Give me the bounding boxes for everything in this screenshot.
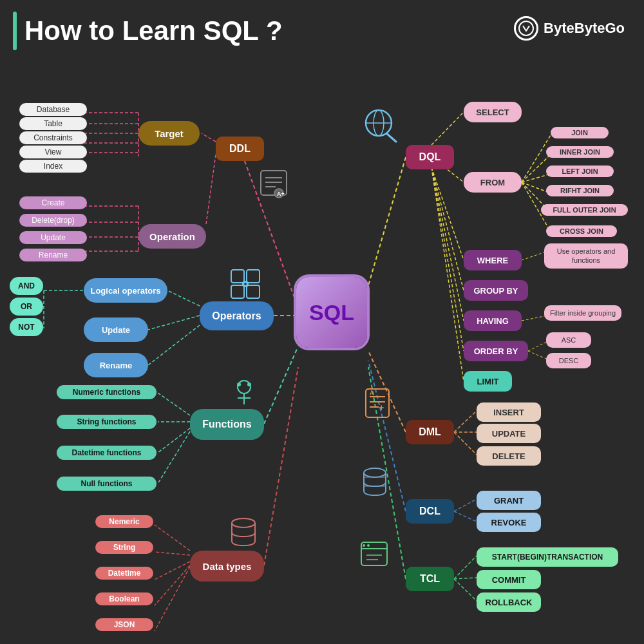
svg-line-32 — [155, 567, 190, 631]
tcl-rollback: ROLLBACK — [477, 592, 541, 612]
join-item-inner: INNER JOIN — [546, 146, 614, 158]
svg-line-23 — [158, 393, 190, 415]
operation-label: Operation — [149, 231, 195, 242]
svg-line-60 — [454, 578, 477, 579]
svg-line-57 — [454, 511, 477, 522]
func-numeric: Numeric functions — [57, 385, 156, 399]
datatypes-label: Data types — [203, 561, 252, 572]
from-box: FROM — [464, 172, 522, 193]
svg-line-15 — [167, 290, 200, 306]
svg-line-46 — [431, 167, 464, 381]
svg-line-42 — [431, 167, 464, 260]
target-item-table: Table — [19, 117, 87, 130]
datatypes-icon — [227, 515, 260, 551]
op-item-create: Create — [19, 196, 87, 209]
svg-line-61 — [454, 579, 477, 601]
logical-operators-box: Logical operators — [84, 278, 167, 303]
svg-line-56 — [454, 499, 477, 511]
ddl-label: DDL — [229, 143, 251, 155]
ddl-icon: A+ — [258, 167, 290, 202]
dml-delete: DELETE — [477, 446, 541, 466]
svg-point-62 — [519, 21, 533, 35]
tcl-label: TCL — [420, 573, 440, 585]
svg-line-43 — [431, 167, 464, 290]
sql-node: SQL — [296, 277, 367, 348]
svg-rect-69 — [231, 270, 244, 283]
func-datetime: Datetime functions — [57, 446, 156, 460]
svg-line-54 — [454, 432, 477, 455]
svg-line-16 — [148, 316, 200, 330]
svg-point-80 — [247, 383, 251, 386]
svg-line-17 — [148, 325, 200, 365]
tcl-icon — [357, 537, 391, 573]
functions-label: Functions — [202, 419, 251, 430]
dml-insert: INSERT — [477, 402, 541, 422]
functions-icon — [227, 375, 261, 412]
orderby-box: ORDER BY — [464, 341, 528, 361]
logo: ByteByteGo — [514, 16, 625, 41]
svg-line-26 — [158, 431, 190, 484]
svg-line-22 — [264, 348, 298, 424]
svg-rect-71 — [231, 285, 244, 298]
svg-line-59 — [454, 556, 477, 579]
functions-box: Functions — [190, 409, 264, 440]
having-box: HAVING — [464, 310, 522, 331]
svg-point-92 — [364, 468, 386, 477]
svg-line-48 — [522, 316, 547, 321]
join-item-cross: CROSS JOIN — [546, 225, 617, 237]
logo-text: ByteByteGo — [544, 20, 625, 37]
svg-line-85 — [386, 133, 396, 142]
svg-rect-70 — [247, 270, 260, 283]
where-note: Use operators and functions — [544, 243, 628, 269]
dtype-nemeric: Nemeric — [95, 515, 153, 528]
svg-point-76 — [238, 381, 251, 393]
asc-box: ASC — [546, 332, 591, 348]
tcl-commit: COMMIT — [477, 570, 541, 589]
join-item-right: RIFHT JOIN — [546, 185, 614, 196]
svg-line-45 — [431, 167, 464, 351]
dml-icon: + A — [361, 386, 394, 422]
operators-label: Operators — [212, 310, 261, 322]
select-box: SELECT — [464, 102, 522, 122]
tcl-box: TCL — [406, 567, 454, 591]
ddl-box: DDL — [216, 137, 264, 161]
dql-box: DQL — [406, 145, 454, 169]
dcl-grant: GRANT — [477, 491, 541, 510]
operators-rename-box: Rename — [84, 353, 148, 377]
page-title: How to Learn SQL ? — [24, 15, 283, 46]
svg-line-34 — [431, 112, 464, 145]
svg-line-47 — [522, 251, 547, 260]
svg-point-79 — [237, 383, 241, 386]
svg-line-38 — [522, 174, 551, 182]
target-item-index: Index — [19, 160, 87, 173]
dtype-string: String — [95, 541, 153, 554]
dcl-box: DCL — [406, 499, 454, 524]
header-accent-bar — [13, 12, 17, 50]
operators-icon — [229, 267, 262, 303]
operation-box: Operation — [138, 224, 206, 249]
operators-box: Operators — [200, 301, 274, 330]
dml-box: DML — [406, 420, 454, 444]
target-box: Target — [138, 121, 200, 146]
svg-line-44 — [431, 167, 464, 321]
svg-point-81 — [232, 518, 255, 527]
dtype-boolean: Boolean — [95, 592, 153, 605]
tcl-start: START(BEGIN)TRANSACTION — [477, 547, 618, 567]
limit-box: LIMIT — [464, 371, 512, 392]
svg-line-25 — [158, 428, 190, 453]
groupby-box: GROUP BY — [464, 280, 528, 301]
svg-line-8 — [206, 155, 216, 224]
dtype-datetime: Datetime — [95, 567, 153, 580]
op-item-update: Update — [19, 231, 87, 244]
svg-text:+: + — [379, 402, 384, 413]
svg-line-28 — [155, 525, 190, 551]
svg-text:A+: A+ — [277, 191, 285, 197]
dcl-icon — [357, 464, 393, 502]
op-item-rename: Rename — [19, 249, 87, 261]
datatypes-box: Data types — [190, 551, 264, 582]
dql-label: DQL — [419, 151, 441, 163]
having-note: Filter inside grouping — [544, 305, 621, 321]
canvas: How to Learn SQL ? ByteByteGo SQL DDL A+… — [0, 0, 644, 644]
svg-line-27 — [264, 367, 298, 565]
dtype-json: JSON — [95, 618, 153, 631]
